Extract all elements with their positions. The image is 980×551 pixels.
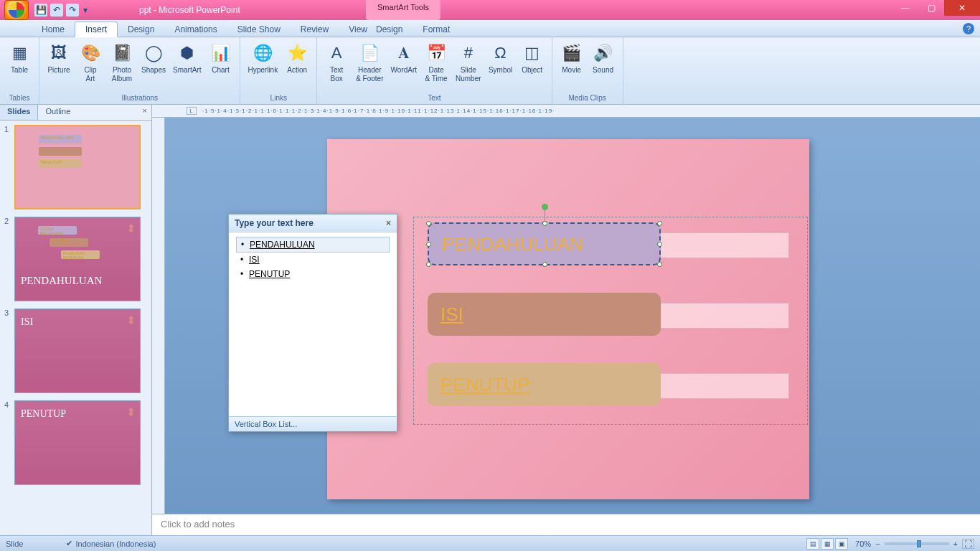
thumb-number: 1 — [4, 125, 11, 209]
zoom-in-icon[interactable]: + — [953, 540, 958, 548]
text-pane-item[interactable]: PENDAHULUAN — [236, 237, 390, 253]
header-footer-label: Header& Footer — [356, 66, 383, 83]
sidepane-tab-outline[interactable]: Outline — [38, 105, 77, 120]
shapes-icon: ◯ — [142, 42, 165, 65]
save-icon[interactable]: 💾 — [34, 4, 47, 17]
normal-view-icon[interactable]: ▤ — [806, 538, 819, 550]
table-button[interactable]: ▦Table — [4, 40, 34, 76]
smartart-icon: ⬢ — [176, 42, 199, 65]
chart-icon: 📊 — [209, 42, 232, 65]
hyperlink-icon: 🌐 — [251, 42, 274, 65]
smartart-label: SmartArt — [173, 66, 201, 75]
symbol-button[interactable]: ΩSymbol — [486, 40, 516, 76]
sidepane-close-icon[interactable]: × — [138, 105, 151, 120]
slide-thumbnail[interactable]: PENDAHULUAN⬍LATAR BELAKANGTUJUANRUMUSAN … — [14, 217, 141, 301]
redo-icon[interactable]: ↷ — [66, 4, 79, 17]
smartart-text-pane[interactable]: Type your text here × PENDAHULUANISIPENU… — [228, 214, 397, 432]
fit-to-window-icon[interactable]: ⛶ — [962, 539, 974, 549]
slide-thumbnail[interactable]: PENUTUP⬍ — [14, 400, 141, 485]
header-footer-button[interactable]: 📄Header& Footer — [353, 40, 386, 85]
symbol-icon: Ω — [489, 42, 512, 65]
tab-selector[interactable]: L — [187, 107, 197, 115]
shapes-label: Shapes — [141, 66, 166, 75]
notes-pane[interactable]: Click to add notes — [152, 514, 980, 535]
zoom-slider[interactable] — [885, 542, 949, 545]
table-icon: ▦ — [8, 42, 31, 65]
text-pane-close-icon[interactable]: × — [386, 218, 391, 228]
slide-number-button[interactable]: #SlideNumber — [453, 40, 484, 85]
group-label: Tables — [4, 93, 34, 104]
date-time-button[interactable]: 📅Date& Time — [421, 40, 451, 85]
status-slide: Slide — [6, 540, 23, 548]
textbox-icon: A — [325, 42, 348, 65]
text-pane-body[interactable]: PENDAHULUANISIPENUTUP — [229, 232, 397, 416]
movie-button[interactable]: 🎬Movie — [557, 40, 587, 76]
smartart-box-1-text: PENDAHULUAN — [442, 233, 583, 255]
sound-icon: 🔊 — [592, 42, 615, 65]
zoom-percent[interactable]: 70% — [855, 540, 871, 548]
action-button[interactable]: ⭐Action — [282, 40, 312, 76]
title-bar: 💾 ↶ ↷ ▾ ppt - Microsoft PowerPoint Smart… — [0, 0, 980, 20]
text-pane-item[interactable]: ISI — [236, 253, 390, 267]
tab-slideshow[interactable]: Slide Show — [227, 22, 291, 37]
qat-dropdown-icon[interactable]: ▾ — [82, 4, 89, 17]
thumb-number: 3 — [4, 309, 11, 393]
slide-stage[interactable]: tle PENDAHULUAN ISI PENUTUP — [165, 118, 980, 514]
text-pane-item[interactable]: PENUTUP — [236, 267, 390, 281]
help-icon[interactable]: ? — [963, 23, 974, 34]
sound-button[interactable]: 🔊Sound — [588, 40, 618, 76]
notes-placeholder: Click to add notes — [161, 519, 235, 529]
shapes-button[interactable]: ◯Shapes — [138, 40, 169, 76]
group-label: Text — [321, 93, 547, 104]
tab-sa-format[interactable]: Format — [413, 22, 460, 37]
restore-button[interactable]: ▢ — [918, 0, 944, 16]
wordart-icon: 𝐀 — [392, 42, 415, 65]
tab-design[interactable]: Design — [118, 22, 164, 37]
office-button[interactable] — [4, 0, 29, 20]
sound-label: Sound — [593, 66, 613, 75]
sorter-view-icon[interactable]: ▦ — [821, 538, 834, 550]
hyperlink-button[interactable]: 🌐Hyperlink — [245, 40, 281, 76]
wordart-label: WordArt — [391, 66, 418, 75]
chart-button[interactable]: 📊Chart — [205, 40, 235, 76]
hyperlink-label: Hyperlink — [248, 66, 278, 75]
picture-button[interactable]: 🖼Picture — [44, 40, 74, 76]
smartart-box-2[interactable]: ISI — [428, 293, 661, 336]
minimize-button[interactable]: — — [892, 0, 918, 16]
horizontal-ruler: L ·1·5·1·4·1·3·1·2·1·1·1·0·1·1·1·2·1·3·1… — [152, 105, 980, 118]
text-pane-title: Type your text here — [235, 218, 314, 228]
smartart-box-1[interactable]: PENDAHULUAN — [428, 222, 661, 265]
tab-sa-design[interactable]: Design — [366, 22, 413, 37]
textbox-button[interactable]: ATextBox — [321, 40, 352, 85]
object-button[interactable]: ◫Object — [517, 40, 547, 76]
status-language[interactable]: Indonesian (Indonesia) — [75, 540, 156, 548]
zoom-control: 70% − + ⛶ — [855, 539, 974, 549]
vertical-ruler — [152, 118, 165, 514]
slideshow-view-icon[interactable]: ▣ — [835, 538, 848, 550]
tab-animations[interactable]: Animations — [164, 22, 227, 37]
clipart-button[interactable]: 🎨ClipArt — [75, 40, 105, 85]
spellcheck-icon[interactable]: ✔ — [66, 539, 72, 548]
group-label: Media Clips — [557, 93, 618, 104]
wordart-button[interactable]: 𝐀WordArt — [388, 40, 420, 76]
smartart-box-3[interactable]: PENUTUP — [428, 363, 661, 406]
picture-label: Picture — [47, 66, 70, 75]
zoom-out-icon[interactable]: − — [875, 540, 880, 548]
group-label: Links — [245, 93, 312, 104]
close-button[interactable]: ✕ — [944, 0, 980, 16]
tab-home[interactable]: Home — [32, 22, 75, 37]
sidepane-tab-slides[interactable]: Slides — [0, 105, 38, 120]
slide-thumbnail[interactable]: ISI⬍ — [14, 309, 141, 393]
smartart-tools-contextual: SmartArt Tools — [366, 0, 440, 20]
text-pane-layout-link[interactable]: Vertical Box List... — [229, 416, 397, 431]
tab-review[interactable]: Review — [291, 22, 339, 37]
slide-thumbnail[interactable]: PENDAHULUANISIPENUTUP — [14, 125, 141, 209]
smartart-button[interactable]: ⬢SmartArt — [170, 40, 204, 76]
tab-insert[interactable]: Insert — [75, 22, 118, 37]
undo-icon[interactable]: ↶ — [50, 4, 63, 17]
thumb-number: 4 — [4, 400, 11, 485]
status-bar: Slide ✔ Indonesian (Indonesia) ▤ ▦ ▣ 70%… — [0, 535, 980, 551]
photo-album-button[interactable]: 📓PhotoAlbum — [107, 40, 137, 85]
smartart-box-3-text: PENUTUP — [440, 374, 529, 396]
slide-number-icon: # — [457, 42, 480, 65]
